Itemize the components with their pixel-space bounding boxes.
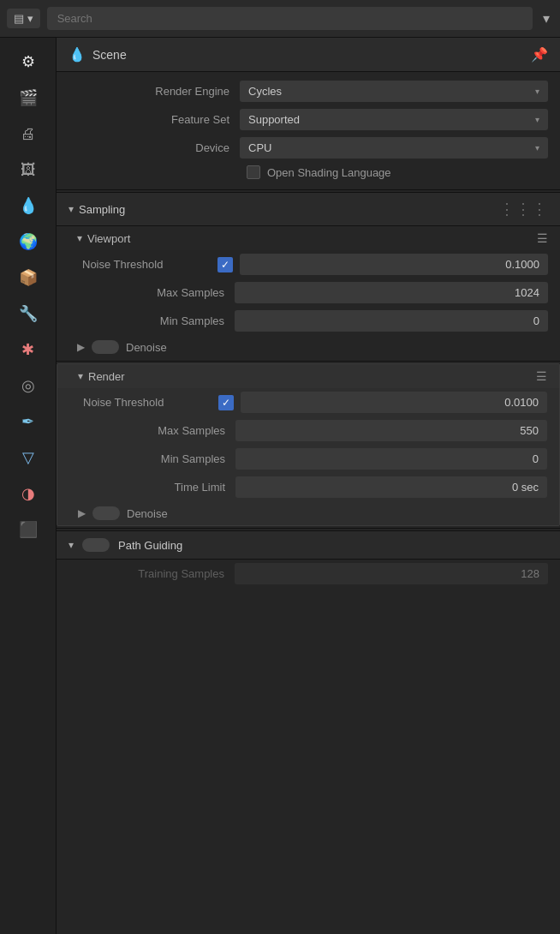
constraints-icon: ✒ bbox=[21, 412, 34, 431]
render-max-samples-label: Max Samples bbox=[83, 424, 235, 437]
render-engine-section: Render Engine Cycles ▾ Feature Set Suppo… bbox=[57, 72, 560, 188]
render-time-limit-row: Time Limit 0 sec bbox=[57, 473, 559, 501]
osl-label: Open Shading Language bbox=[267, 166, 391, 179]
feature-set-value: Supported ▾ bbox=[240, 109, 548, 130]
render-noise-threshold-row: Noise Threshold ✓ 0.0100 bbox=[57, 388, 559, 416]
menu-toggle-button[interactable]: ▤ ▾ bbox=[7, 9, 40, 28]
device-value: CPU ▾ bbox=[240, 137, 548, 159]
sidebar-item-world[interactable]: 🌍 bbox=[9, 225, 47, 259]
feature-set-dropdown-text: Supported bbox=[248, 113, 300, 126]
object-icon: 📦 bbox=[19, 268, 38, 287]
path-guiding-toggle[interactable] bbox=[82, 538, 110, 552]
path-guiding-section-label: Path Guiding bbox=[118, 539, 182, 552]
search-input[interactable] bbox=[47, 7, 533, 30]
sidebar: ⚙ 🎬 🖨 🖼 💧 🌍 📦 🔧 ✱ ◎ ✒ bbox=[0, 38, 57, 934]
render-time-limit-input[interactable]: 0 sec bbox=[235, 476, 547, 498]
render-denoise-row: ▶ Denoise bbox=[57, 501, 559, 525]
path-guiding-section-left: ▾ Path Guiding bbox=[69, 538, 182, 552]
sidebar-item-modifier[interactable]: 🔧 bbox=[9, 296, 47, 331]
feature-set-dropdown-arrow: ▾ bbox=[535, 115, 539, 124]
scene-icon: 🎬 bbox=[19, 88, 38, 107]
render-min-samples-value: 0 bbox=[235, 448, 547, 470]
divider-1 bbox=[57, 189, 560, 190]
particles-icon: ✱ bbox=[21, 340, 34, 359]
view-layer-icon: 🖼 bbox=[21, 161, 36, 179]
viewport-noise-threshold-value-wrap: 0.1000 bbox=[240, 254, 548, 275]
device-dropdown-arrow: ▾ bbox=[535, 143, 539, 153]
scene-header-icon: 💧 bbox=[69, 46, 86, 63]
device-dropdown[interactable]: CPU ▾ bbox=[240, 137, 548, 159]
render-engine-dropdown[interactable]: Cycles ▾ bbox=[240, 81, 548, 102]
pin-icon[interactable]: 📌 bbox=[531, 46, 548, 63]
viewport-list-icon[interactable]: ☰ bbox=[537, 231, 548, 245]
shader-icon: ⬛ bbox=[19, 520, 38, 539]
content: 💧 Scene 📌 Render Engine Cycles ▾ Feature… bbox=[57, 38, 560, 934]
render-max-samples-row: Max Samples 550 bbox=[57, 416, 559, 445]
top-bar: ▤ ▾ ▾ bbox=[0, 0, 560, 38]
data-icon: ▽ bbox=[22, 448, 34, 467]
sidebar-item-shader[interactable]: ⬛ bbox=[9, 512, 47, 547]
divider-2 bbox=[57, 361, 560, 362]
viewport-left: ▾ Viewport bbox=[77, 232, 130, 245]
sampling-section-header[interactable]: ▾ Sampling ⋮⋮⋮ bbox=[57, 192, 560, 226]
render-min-samples-input[interactable]: 0 bbox=[235, 448, 547, 470]
viewport-noise-threshold-label: Noise Threshold bbox=[82, 258, 211, 271]
viewport-min-samples-input[interactable]: 0 bbox=[235, 310, 548, 332]
sidebar-item-material[interactable]: ◑ bbox=[9, 476, 47, 511]
sidebar-item-particles[interactable]: ✱ bbox=[9, 332, 47, 367]
viewport-max-samples-value: 1024 bbox=[235, 282, 548, 303]
sidebar-item-object[interactable]: 📦 bbox=[9, 260, 47, 295]
output-icon: 🖨 bbox=[21, 125, 36, 143]
feature-set-label: Feature Set bbox=[69, 113, 240, 126]
world-icon: 🌍 bbox=[19, 232, 38, 251]
device-dropdown-text: CPU bbox=[248, 141, 271, 154]
render-time-limit-value: 0 sec bbox=[235, 476, 547, 498]
sidebar-item-tools[interactable]: ⚙ bbox=[9, 45, 47, 79]
render-noise-threshold-input[interactable]: 0.0100 bbox=[241, 392, 547, 413]
sampling-section-label: Sampling bbox=[79, 203, 125, 216]
render-min-samples-label: Min Samples bbox=[83, 452, 235, 465]
sidebar-item-constraints[interactable]: ✒ bbox=[9, 404, 47, 439]
viewport-noise-threshold-checkbox[interactable]: ✓ bbox=[217, 257, 233, 272]
osl-checkbox[interactable] bbox=[247, 165, 260, 179]
viewport-denoise-toggle[interactable] bbox=[92, 340, 119, 354]
sidebar-item-scene-props[interactable]: 💧 bbox=[9, 189, 47, 223]
training-samples-label: Training Samples bbox=[82, 567, 235, 580]
render-engine-value: Cycles ▾ bbox=[240, 81, 548, 102]
training-samples-input[interactable]: 128 bbox=[235, 563, 548, 584]
sidebar-item-data[interactable]: ▽ bbox=[9, 440, 47, 475]
render-denoise-toggle[interactable] bbox=[92, 506, 120, 520]
render-left: ▾ Render bbox=[78, 370, 125, 383]
render-min-samples-row: Min Samples 0 bbox=[57, 445, 559, 473]
viewport-max-samples-input[interactable]: 1024 bbox=[235, 282, 548, 303]
render-noise-threshold-checkbox[interactable]: ✓ bbox=[218, 395, 234, 410]
render-engine-label: Render Engine bbox=[69, 85, 240, 98]
feature-set-dropdown[interactable]: Supported ▾ bbox=[240, 109, 548, 130]
material-icon: ◑ bbox=[21, 484, 35, 503]
sidebar-item-output[interactable]: 🖨 bbox=[9, 117, 47, 151]
viewport-subsection-header[interactable]: ▾ Viewport ☰ bbox=[57, 226, 560, 250]
scene-header: 💧 Scene 📌 bbox=[57, 38, 560, 72]
device-row: Device CPU ▾ bbox=[57, 134, 560, 162]
training-samples-row: Training Samples 128 bbox=[57, 560, 560, 588]
feature-set-row: Feature Set Supported ▾ bbox=[57, 105, 560, 134]
viewport-chevron-icon: ▾ bbox=[77, 232, 82, 244]
path-guiding-section-header[interactable]: ▾ Path Guiding bbox=[57, 530, 560, 560]
sidebar-item-view-layer[interactable]: 🖼 bbox=[9, 153, 47, 187]
training-samples-value: 128 bbox=[235, 563, 548, 584]
sampling-options-icon[interactable]: ⋮⋮⋮ bbox=[499, 200, 548, 219]
top-bar-dropdown-icon[interactable]: ▾ bbox=[539, 7, 553, 30]
viewport-max-samples-label: Max Samples bbox=[82, 286, 235, 299]
render-max-samples-input[interactable]: 550 bbox=[235, 420, 547, 441]
device-label: Device bbox=[69, 141, 240, 154]
viewport-min-samples-value: 0 bbox=[235, 310, 548, 332]
viewport-label: Viewport bbox=[87, 232, 130, 245]
render-list-icon[interactable]: ☰ bbox=[536, 369, 547, 383]
render-subsection-header[interactable]: ▾ Render ☰ bbox=[57, 364, 559, 388]
viewport-denoise-label: Denoise bbox=[126, 341, 167, 354]
sidebar-item-scene[interactable]: 🎬 bbox=[9, 81, 47, 115]
render-section: ▾ Render ☰ Noise Threshold ✓ 0.0100 Max … bbox=[57, 363, 560, 526]
viewport-noise-threshold-input[interactable]: 0.1000 bbox=[240, 254, 548, 275]
viewport-min-samples-row: Min Samples 0 bbox=[57, 307, 560, 335]
sidebar-item-physics[interactable]: ◎ bbox=[9, 368, 47, 403]
